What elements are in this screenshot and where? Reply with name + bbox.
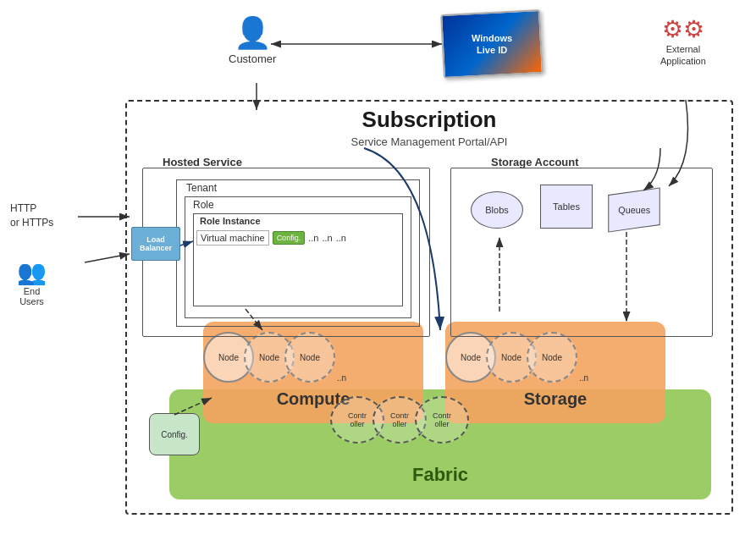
subscription-subtitle: Service Management Portal/API — [125, 135, 733, 148]
end-users-label: EndUsers — [17, 286, 47, 306]
vm-row: Virtual machine Config. ..n ..n ..n — [196, 230, 346, 245]
gear-icon: ⚙⚙ — [660, 15, 706, 43]
config-cylinder: Config. — [149, 413, 200, 455]
role-instance-label: Role Instance — [200, 216, 261, 226]
queues-shape: Queues — [608, 187, 659, 232]
tenant-label: Tenant — [186, 182, 217, 194]
subscription-title: Subscription — [125, 107, 733, 133]
external-app-label: ExternalApplication — [660, 43, 706, 68]
vm-dots-2: ..n — [322, 233, 332, 243]
role-label: Role — [193, 199, 214, 211]
vm-dots-3: ..n — [336, 233, 346, 243]
role-instance-box — [193, 213, 403, 306]
load-balancer: Load Balancer — [131, 227, 180, 261]
users-icon: 👥 — [17, 258, 47, 286]
config-button: Config. — [273, 231, 306, 245]
architecture-diagram: Fabric Compute Storage Contr oller Contr… — [0, 0, 756, 535]
svg-line-7 — [85, 254, 130, 262]
http-label: HTTP or HTTPs — [10, 201, 53, 230]
external-application: ⚙⚙ ExternalApplication — [660, 15, 706, 68]
windows-live-box: Windows Live ID — [440, 9, 544, 79]
blobs-shape: Blobs — [471, 191, 523, 229]
customer-figure: 👤 Customer — [229, 15, 276, 65]
hosted-service-label: Hosted Service — [163, 156, 242, 168]
tables-shape: Tables — [540, 185, 593, 229]
vm-dots-1: ..n — [308, 233, 318, 243]
customer-label: Customer — [229, 52, 276, 65]
storage-account-label: Storage Account — [491, 156, 579, 168]
customer-person-icon: 👤 — [229, 15, 276, 51]
vm-label: Virtual machine — [196, 230, 269, 245]
windows-live-text: Windows Live ID — [472, 32, 512, 57]
end-users: 👥 EndUsers — [17, 258, 47, 306]
